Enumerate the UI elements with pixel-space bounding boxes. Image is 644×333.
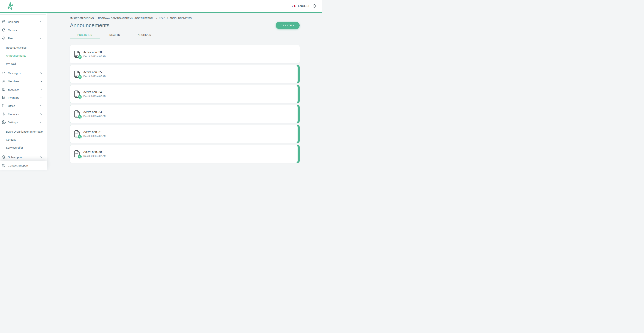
announcement-card-body: Active ann. 31Dec 3, 2023 4:07 AM <box>70 125 298 143</box>
help-icon <box>2 163 6 166</box>
chevron-down-icon <box>39 112 44 116</box>
author-badge-icon <box>78 75 82 79</box>
announcement-card[interactable]: Active ann. 38Dec 3, 2023 4:07 AM <box>70 45 300 63</box>
announcement-date: Dec 3, 2023 4:07 AM <box>83 135 106 137</box>
tab-drafts[interactable]: DRAFTS <box>100 32 130 39</box>
announcement-title: Active ann. 34 <box>83 90 106 94</box>
announcement-card[interactable]: Active ann. 30Dec 3, 2023 4:07 AM <box>70 145 300 163</box>
announcement-date: Dec 3, 2023 4:07 AM <box>83 95 106 98</box>
announcement-title: Active ann. 30 <box>83 150 106 154</box>
announcement-date: Dec 3, 2023 4:07 AM <box>83 75 106 78</box>
announcement-title: Active ann. 35 <box>83 71 106 74</box>
metrics-icon <box>2 28 6 32</box>
sidebar-subitem-basic-organization-information[interactable]: Basic Organization Information <box>0 128 47 136</box>
app-logo-icon[interactable] <box>6 1 15 10</box>
announcement-card[interactable]: Active ann. 34Dec 3, 2023 4:07 AM <box>70 85 300 103</box>
announcement-card[interactable]: Active ann. 31Dec 3, 2023 4:07 AM <box>70 125 300 143</box>
document-icon <box>74 130 80 138</box>
sidebar-item-inventory[interactable]: Inventory <box>0 93 47 102</box>
breadcrumb-separator: / <box>156 17 157 19</box>
sidebar-item-label: Settings <box>8 121 39 124</box>
sidebar-item-label: Metrics <box>8 28 44 32</box>
chevron-down-icon <box>39 87 44 91</box>
sidebar-subitem-announcements[interactable]: Announcements <box>0 52 47 60</box>
dollar-icon <box>2 112 6 116</box>
chevron-down-icon <box>39 20 44 24</box>
sidebar-item-feed[interactable]: Feed <box>0 34 47 42</box>
author-badge-icon <box>78 135 82 139</box>
chevron-down-icon <box>39 79 44 83</box>
sidebar-subitem-services-offer[interactable]: Services offer <box>0 144 47 152</box>
announcement-card-body: Active ann. 35Dec 3, 2023 4:07 AM <box>70 65 298 83</box>
sidebar-subitem-my-wall[interactable]: My Wall <box>0 60 47 68</box>
sidebar-top-divider <box>0 14 46 14</box>
sidebar-subitem-contact[interactable]: Contact <box>0 136 47 144</box>
announcement-title: Active ann. 31 <box>83 130 106 134</box>
sidebar-item-label: Inventory <box>8 96 39 99</box>
announcement-card-body: Active ann. 34Dec 3, 2023 4:07 AM <box>70 85 298 103</box>
accent-top-bar <box>0 12 322 13</box>
tab-published[interactable]: PUBLISHED <box>70 32 100 39</box>
database-icon <box>2 95 6 100</box>
tab-archived[interactable]: ARCHIVED <box>130 32 160 39</box>
sidebar-item-calendar[interactable]: Calendar <box>0 18 47 26</box>
app-header: ENGLISH <box>0 0 322 12</box>
sidebar: CalendarMetricsFeedRecent ActivitiesAnno… <box>0 13 47 166</box>
announcement-title: Active ann. 33 <box>83 110 106 114</box>
gear-icon <box>2 120 6 124</box>
announcement-list: Active ann. 38Dec 3, 2023 4:07 AMActive … <box>70 45 300 163</box>
sidebar-item-members[interactable]: Members <box>0 77 47 85</box>
breadcrumb-item[interactable]: ROADWAY DRIVING ACADEMY - NORTH BRANCH <box>98 17 154 19</box>
sidebar-nav: CalendarMetricsFeedRecent ActivitiesAnno… <box>0 13 47 161</box>
globe-icon <box>312 4 316 8</box>
announcement-date: Dec 3, 2023 4:07 AM <box>83 155 106 157</box>
sidebar-item-label: Office <box>8 104 39 107</box>
announcement-card-body: Active ann. 30Dec 3, 2023 4:07 AM <box>70 145 298 163</box>
breadcrumb: MY ORGANIZATIONS/ROADWAY DRIVING ACADEMY… <box>70 13 300 19</box>
breadcrumb-item[interactable]: ANNOUNCEMENTS <box>170 17 192 19</box>
announcement-card-body: Active ann. 38Dec 3, 2023 4:07 AM <box>70 45 300 63</box>
author-badge-icon <box>78 95 82 99</box>
calendar-icon <box>2 19 6 24</box>
sidebar-subitem-recent-activities[interactable]: Recent Activities <box>0 43 47 52</box>
announcement-card[interactable]: Active ann. 35Dec 3, 2023 4:07 AM <box>70 65 300 83</box>
folder-icon <box>2 104 6 108</box>
chevron-down-icon <box>39 71 44 75</box>
chevron-down-icon <box>39 104 44 108</box>
sidebar-item-messages[interactable]: Messages <box>0 69 47 77</box>
announcement-card[interactable]: Active ann. 33Dec 3, 2023 4:07 AM <box>70 105 300 123</box>
sidebar-item-finances[interactable]: Finances <box>0 110 47 118</box>
main-area: MY ORGANIZATIONS/ROADWAY DRIVING ACADEMY… <box>48 13 322 166</box>
announcement-date: Dec 3, 2023 4:07 AM <box>83 55 106 58</box>
sidebar-item-label: Messages <box>8 71 39 75</box>
members-icon <box>2 79 6 83</box>
breadcrumb-item[interactable]: MY ORGANIZATIONS <box>70 17 94 19</box>
sidebar-item-label: Contact Support <box>8 164 28 167</box>
sidebar-sublist: Recent ActivitiesAnnouncementsMy Wall <box>0 42 47 69</box>
sidebar-item-education[interactable]: Education <box>0 85 47 93</box>
author-badge-icon <box>78 155 82 158</box>
create-button[interactable]: CREATE + <box>276 22 300 29</box>
breadcrumb-separator: / <box>96 17 96 19</box>
sidebar-item-metrics[interactable]: Metrics <box>0 26 47 34</box>
sidebar-item-contact-support[interactable]: Contact Support <box>0 161 47 166</box>
sidebar-item-subscription[interactable]: Subscription <box>0 153 47 161</box>
announcement-title: Active ann. 38 <box>83 51 106 54</box>
sidebar-item-label: Calendar <box>8 20 39 23</box>
uk-flag-icon <box>292 5 296 7</box>
sidebar-item-label: Education <box>8 88 39 91</box>
document-icon <box>74 110 80 118</box>
chevron-up-icon <box>39 36 44 40</box>
layers-icon <box>2 155 6 159</box>
language-label: ENGLISH <box>298 4 310 7</box>
sidebar-item-settings[interactable]: Settings <box>0 118 47 126</box>
sidebar-item-office[interactable]: Office <box>0 102 47 110</box>
language-selector[interactable]: ENGLISH <box>292 4 316 8</box>
chevron-down-icon <box>39 95 44 100</box>
announcement-card-body: Active ann. 33Dec 3, 2023 4:07 AM <box>70 105 298 123</box>
book-icon <box>2 87 6 92</box>
document-icon <box>74 70 80 78</box>
document-icon <box>74 50 80 58</box>
breadcrumb-item[interactable]: Feed <box>159 16 165 19</box>
document-icon <box>74 150 80 158</box>
